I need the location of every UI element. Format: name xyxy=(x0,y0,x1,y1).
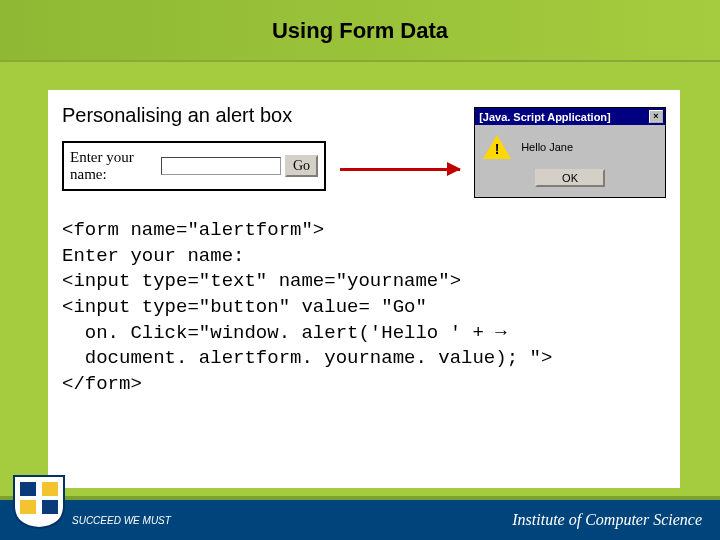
code-line: Enter your name: xyxy=(62,245,244,267)
code-line: document. alertform. yourname. value); "… xyxy=(62,347,552,369)
motto-text: SUCCEED WE MUST xyxy=(72,515,171,526)
code-line: on. Click="window. alert('Hello ' + → xyxy=(62,322,507,344)
demo-row: Enter your name: Go [Java. Script Applic… xyxy=(62,141,666,198)
form-demo-box: Enter your name: Go xyxy=(62,141,326,191)
dialog-title-text: [Java. Script Application] xyxy=(479,111,611,123)
ok-button[interactable]: OK xyxy=(535,169,605,187)
code-block: <form name="alertform"> Enter your name:… xyxy=(62,218,666,397)
name-input[interactable] xyxy=(161,157,281,175)
form-label: Enter your name: xyxy=(70,149,157,183)
arrow-icon xyxy=(340,153,460,187)
dialog-body: Hello Jane xyxy=(475,125,665,165)
slide-footer: SUCCEED WE MUST Institute of Computer Sc… xyxy=(0,496,720,540)
code-line: <input type="text" name="yourname"> xyxy=(62,270,461,292)
code-line: <form name="alertform"> xyxy=(62,219,324,241)
svg-rect-0 xyxy=(20,482,36,496)
code-line: </form> xyxy=(62,373,142,395)
warning-icon xyxy=(483,135,511,159)
university-crest-icon xyxy=(12,472,66,530)
close-icon[interactable]: × xyxy=(649,110,663,123)
svg-rect-2 xyxy=(20,500,36,514)
alert-dialog: [Java. Script Application] × Hello Jane … xyxy=(474,107,666,198)
dialog-titlebar: [Java. Script Application] × xyxy=(475,108,665,125)
institute-name: Institute of Computer Science xyxy=(512,511,702,529)
svg-rect-1 xyxy=(42,482,58,496)
slide-header: Using Form Data xyxy=(0,0,720,62)
go-button[interactable]: Go xyxy=(285,155,318,177)
dialog-message: Hello Jane xyxy=(521,141,573,153)
slide-body: Personalising an alert box Enter your na… xyxy=(48,90,680,488)
slide-title: Using Form Data xyxy=(272,18,448,44)
code-line: <input type="button" value= "Go" xyxy=(62,296,427,318)
dialog-footer: OK xyxy=(475,165,665,197)
svg-rect-3 xyxy=(42,500,58,514)
